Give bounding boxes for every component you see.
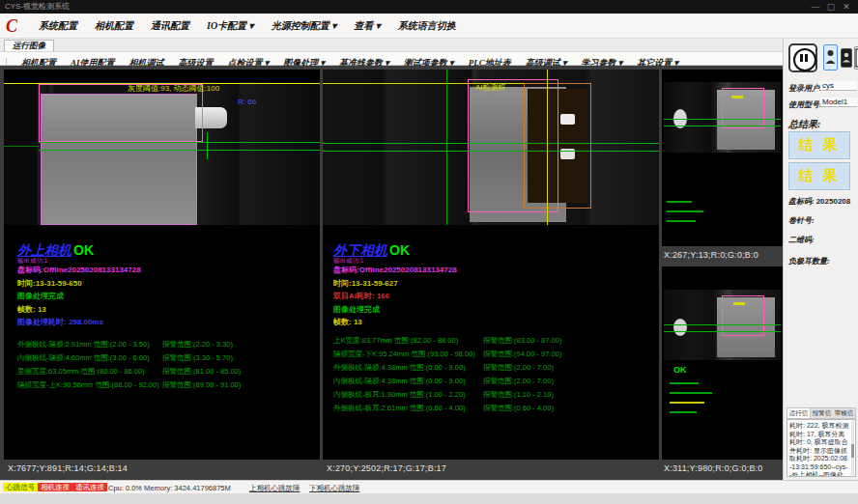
overlay-yellow-vline [547, 70, 548, 225]
camera-image-small-bottom[interactable] [664, 290, 781, 360]
run-log-text: 耗时: 222, 极耳检测耗时: 17, 极耳分离耗时: 0, 极耳提取合并耗时… [786, 419, 856, 477]
minimize-icon[interactable]: — [808, 0, 823, 14]
right-sidebar: 登录用户: cys 使用型号: Model1 总结果: 结 果 结 果 盘标码:… [783, 39, 858, 480]
mini-text-bar [667, 210, 703, 212]
user-icon [824, 45, 837, 70]
cursor-coords-small-bottom: X:311;Y:980;R:0;G:0;B:0 [664, 463, 763, 473]
lock-user-button[interactable] [841, 48, 852, 68]
camera-link-badge: 相机连接 [38, 483, 72, 491]
measurement-row: 外侧极线-极耳:2.61mm 范围:(0.60 - 4.00)报警范围:(0.6… [333, 402, 599, 415]
tab-alarm-info[interactable]: 报警信息 [811, 408, 833, 418]
ok-status-label: OK [389, 242, 410, 258]
model-value[interactable]: Model1 [820, 98, 857, 107]
camera-result-title: 外上相机OK [17, 243, 278, 258]
output-sub-label: 输出成功:1 [17, 257, 278, 264]
measurement-list: 外侧极线-隔膜:2.91mm 范围:(2.00 - 3.50)报警范围:(2.2… [17, 338, 278, 392]
frame-count-line: 帧数: 13 [333, 316, 599, 329]
log-scrollbar-thumb[interactable] [851, 444, 854, 458]
negative-tab-count-label: 负极耳数量: [788, 256, 830, 266]
camera-image-upper-outer[interactable]: 灰度阈值:93, 动态阈值:100 R: 66 [4, 82, 320, 225]
overlay-green-line-1 [323, 143, 659, 144]
menu-comm-config[interactable]: 通讯配置 [151, 14, 189, 38]
ok-status-label: OK [73, 242, 94, 258]
login-user-button[interactable] [823, 44, 838, 70]
measure-value: 隔膜宽度-下K:95.24mm 范围:(93.00 - 98.00) [333, 348, 483, 361]
heartbeat-status-badge: 心跳信号 [3, 483, 38, 491]
alarm-range: 报警范围:(94.00 - 97.00) [483, 348, 599, 361]
app-logo-icon: C [6, 16, 23, 36]
maximize-icon[interactable]: ▢ [823, 0, 839, 14]
lower-camera-status: 下相机心跳故障 [309, 484, 360, 493]
pin-number-label: 卷针号: [788, 215, 815, 226]
time-line: 时间:13-31-59-650 [17, 277, 278, 291]
overlay-ai-box [524, 83, 591, 209]
camera-name-label: 外下相机 [333, 243, 387, 258]
barcode-line: 盘标码:Offline20250208133134728 [333, 264, 599, 277]
app-window: CYS-视觉检测系统 —▢✕ C 系统配置 相机配置 通讯配置 IO卡配置 ▾ … [0, 0, 858, 504]
window-titlebar: CYS-视觉检测系统 [0, 0, 858, 14]
measure-value: 隔膜宽度-上K:90.56mm 范围:(88.00 - 92.00) [17, 378, 162, 392]
toolbar: 相机配置 AI使用配置 相机调试 高级设置 点检设置 ▾ 图像处理 ▾ 基准线参… [0, 51, 783, 66]
camera-panel-upper-outer: 灰度阈值:93, 动态阈值:100 R: 66 外上相机OK 输出成功:1 盘标… [4, 70, 320, 460]
menu-items: 系统配置 相机配置 通讯配置 IO卡配置 ▾ 光源控制配置 ▾ 查看 ▾ 系统语… [25, 14, 456, 39]
result-block-lower-outer: 外下相机OK 输出成功:1 盘标码:Offline202502081331347… [333, 243, 599, 415]
camera-image-small-top[interactable] [664, 82, 781, 153]
image-tab-strip: 运行图像 [0, 39, 783, 51]
process-time-line: 图像处理耗时: 298.00ms [17, 316, 278, 329]
pause-button[interactable] [788, 43, 817, 72]
camera-image-lower-outer[interactable]: AI检测框 [323, 70, 659, 225]
window-bottom-edge [0, 493, 858, 504]
ai-time-line: 双目AI耗时: 166 [333, 290, 599, 303]
camera-panel-small-bottom: OK [662, 266, 783, 460]
tab-run-info[interactable]: 运行信息 [787, 408, 811, 418]
measurement-row: 外侧极线-隔膜:2.91mm 范围:(2.00 - 3.50)报警范围:(2.2… [17, 338, 278, 351]
menu-view[interactable]: 查看 ▾ [354, 14, 381, 38]
measurement-row: 内侧极线-隔膜:4.38mm 范围:(0.00 - 9.00)报警范围:(2.0… [333, 375, 599, 388]
overlay-green-line-2 [664, 331, 781, 332]
overlay-yellow-mark [733, 302, 745, 305]
overlay-green-line-3 [4, 146, 39, 147]
barcode-label: 盘标码: 20250208 [788, 196, 850, 207]
login-user-value[interactable]: cys [820, 81, 857, 91]
overlay-green-line-2 [39, 150, 320, 151]
overlay-green-line-2 [664, 126, 781, 126]
exit-button[interactable] [854, 46, 858, 70]
menu-system-config[interactable]: 系统配置 [39, 14, 77, 38]
pause-bar [805, 54, 808, 62]
window-title: CYS-视觉检测系统 [5, 2, 70, 11]
tab-audit-info[interactable]: 审核信息 [833, 408, 855, 418]
measurement-row: 里侧宽度:63.05mm 范围:(80.00 - 86.00)报警范围:(81.… [17, 365, 278, 378]
measure-value: 内侧极线-隔膜:4.38mm 范围:(0.00 - 9.00) [333, 375, 483, 388]
cpu-memory-text: Cpu: 0.0% Memory: 3424.41796875M [108, 484, 231, 492]
info-tab-bar: 运行信息 报警信息 审核信息 [786, 407, 856, 419]
alarm-range: 报警范围:(3.30 - 5.70) [162, 351, 278, 365]
measure-value: 外侧极线-极耳:2.61mm 范围:(0.60 - 4.00) [333, 402, 483, 415]
mini-text-bar [670, 411, 697, 413]
close-icon[interactable]: ✕ [839, 0, 854, 14]
menu-camera-config[interactable]: 相机配置 [95, 14, 133, 38]
user-dark-icon [842, 49, 851, 67]
menu-light-config[interactable]: 光源控制配置 ▾ [272, 14, 337, 38]
measurement-row: 隔膜宽度-下K:95.24mm 范围:(93.00 - 98.00)报警范围:(… [333, 348, 599, 361]
alarm-range: 报警范围:(2.00 - 7.00) [483, 361, 599, 375]
camera-name-label: 外上相机 [17, 243, 72, 258]
qr-code-label: 二维码: [788, 235, 815, 245]
alarm-range: 报警范围:(81.00 - 85.00) [162, 365, 278, 378]
alarm-range: 报警范围:(89.00 - 91.00) [162, 378, 278, 392]
model-label: 使用型号: [788, 99, 822, 110]
camera-panel-small-top [662, 70, 783, 246]
alarm-range: 报警范围:(2.00 - 7.00) [483, 375, 599, 388]
mini-text-bar [667, 201, 692, 203]
menu-language-switch[interactable]: 系统语言切换 [398, 14, 456, 38]
cursor-coords-small-top: X:267;Y:13;R:0;G:0;B:0 [664, 250, 758, 260]
mini-text-bar [670, 382, 699, 384]
camera-panel-lower-outer: AI检测框 外下相机OK 输出成功:1 盘标码:Offline202502081… [323, 70, 659, 460]
barcode-value: 20250208 [816, 197, 851, 206]
tab-run-image[interactable]: 运行图像 [4, 40, 54, 51]
menu-io-config[interactable]: IO卡配置 ▾ [207, 14, 254, 38]
cursor-coords-upper-outer: X:7677;Y:891;R:14;G:14;B:14 [8, 463, 128, 473]
result-indicator-2: 结 果 [788, 162, 850, 190]
process-done-line: 图像处理完成 [17, 290, 278, 303]
login-user-label: 登录用户: [788, 83, 822, 94]
comm-link-badge: 通讯连接 [72, 483, 107, 491]
